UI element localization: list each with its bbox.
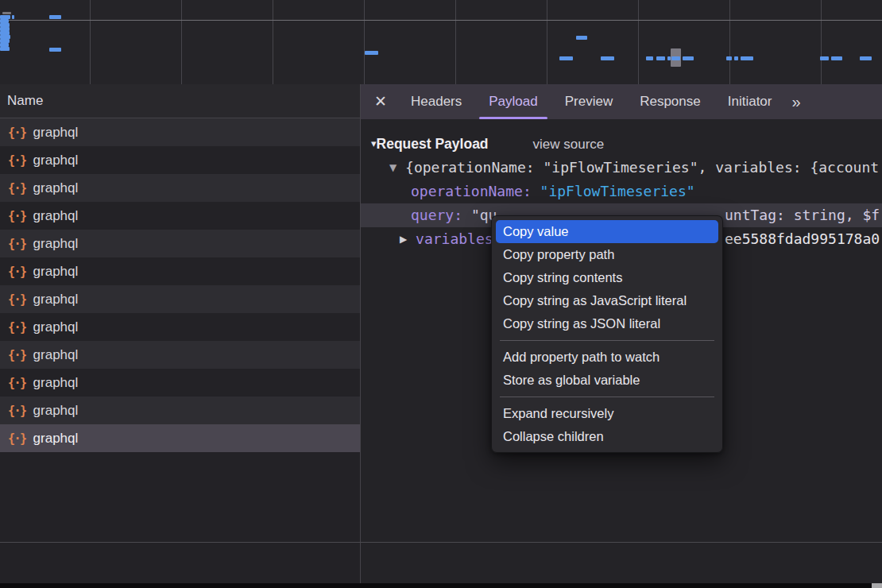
context-menu-item-expand-recursively[interactable]: Expand recursively	[496, 402, 718, 425]
operation-name-value: "ipFlowTimeseries"	[540, 183, 695, 199]
variables-value-right-fragment: ee5588fdad995178a0	[725, 227, 880, 251]
context-menu-item-copy-value[interactable]: Copy value	[496, 220, 718, 243]
timeline-gridline	[273, 0, 273, 84]
operation-name-key: operationName:	[411, 183, 532, 199]
timeline-request-bar	[2, 12, 11, 14]
context-menu-item-collapse-children[interactable]: Collapse children	[496, 425, 718, 448]
context-menu: Copy valueCopy property pathCopy string …	[491, 215, 723, 453]
timeline-row-divider	[0, 20, 882, 21]
network-request-row[interactable]: {·}graphql	[0, 257, 360, 285]
timeline-request-bar	[559, 56, 573, 60]
tabs: HeadersPayloadPreviewResponseInitiator	[397, 84, 785, 119]
network-request-row[interactable]: {·}graphql	[0, 202, 360, 230]
timeline-request-bar	[12, 15, 14, 19]
json-braces-icon: {·}	[8, 376, 26, 390]
request-payload-section-header: ▾Request Payloadview source	[361, 133, 882, 156]
timeline-gridline	[364, 0, 365, 84]
network-request-row[interactable]: {·}graphql	[0, 369, 360, 397]
timeline-gridline	[547, 0, 547, 84]
network-request-row[interactable]: {·}graphql	[0, 397, 360, 424]
tab-initiator[interactable]: Initiator	[714, 84, 786, 119]
request-name: graphql	[33, 125, 79, 141]
expander-down-icon[interactable]: ▼	[389, 162, 397, 173]
request-name: graphql	[33, 375, 79, 391]
collapse-triangle-icon[interactable]: ▾	[371, 137, 377, 149]
json-braces-icon: {·}	[8, 320, 26, 335]
timeline-request-bar	[683, 56, 694, 60]
timeline-request-bar	[646, 56, 653, 60]
more-tabs-icon[interactable]: »	[791, 93, 799, 111]
variables-key: variables	[416, 230, 493, 247]
timeline-request-bar	[49, 15, 61, 19]
tab-response[interactable]: Response	[626, 84, 714, 119]
query-value-right-fragment: untTag: string, $f	[725, 203, 880, 227]
network-request-list-panel: Name {·}graphql{·}graphql{·}graphql{·}gr…	[0, 84, 361, 588]
network-request-row[interactable]: {·}graphql	[0, 313, 360, 341]
context-menu-item-store-as-global-variable[interactable]: Store as global variable	[496, 369, 718, 392]
timeline-request-bar	[831, 56, 842, 60]
context-menu-separator	[500, 340, 714, 341]
network-request-row[interactable]: {·}graphql	[0, 118, 360, 146]
payload-preview-row[interactable]: ▼ {operationName: "ipFlowTimeseries", va…	[361, 156, 882, 180]
request-name: graphql	[33, 264, 79, 280]
request-name: graphql	[33, 153, 79, 168]
request-name: graphql	[33, 431, 79, 447]
request-payload-title: Request Payload	[377, 136, 489, 152]
view-source-link[interactable]: view source	[533, 137, 605, 152]
timeline-gridline	[90, 0, 91, 84]
tab-payload[interactable]: Payload	[475, 84, 551, 119]
network-overview-timeline[interactable]	[0, 0, 882, 85]
tab-headers[interactable]: Headers	[397, 84, 475, 119]
json-braces-icon: {·}	[8, 265, 26, 279]
request-name: graphql	[33, 403, 79, 419]
context-menu-item-copy-property-path[interactable]: Copy property path	[496, 243, 718, 266]
timeline-request-bar	[49, 48, 61, 52]
timeline-request-bar	[820, 56, 829, 60]
timeline-request-bar	[576, 36, 587, 40]
json-braces-icon: {·}	[8, 292, 26, 307]
window-corner	[872, 583, 882, 588]
timeline-request-bar	[860, 56, 872, 60]
timeline-request-bar	[726, 56, 732, 60]
network-request-row[interactable]: {·}graphql	[0, 230, 360, 257]
context-menu-item-copy-string-as-json-literal[interactable]: Copy string as JSON literal	[496, 312, 718, 335]
timeline-gridline	[181, 0, 182, 84]
json-braces-icon: {·}	[8, 181, 26, 195]
table-footer-divider	[0, 542, 882, 543]
request-name: graphql	[33, 180, 79, 196]
details-tab-bar: ✕ HeadersPayloadPreviewResponseInitiator…	[361, 84, 882, 119]
request-name: graphql	[33, 347, 79, 363]
query-key: query:	[411, 207, 462, 223]
request-name: graphql	[33, 292, 79, 308]
network-request-row[interactable]: {·}graphql	[0, 424, 360, 452]
timeline-request-bar	[734, 56, 738, 60]
network-request-row[interactable]: {·}graphql	[0, 341, 360, 369]
timeline-request-bar	[671, 56, 680, 60]
timeline-request-bar	[601, 56, 614, 60]
context-menu-item-add-property-path-to-watch[interactable]: Add property path to watch	[496, 346, 718, 369]
request-name: graphql	[33, 236, 79, 252]
operation-name-row[interactable]: operationName: "ipFlowTimeseries"	[361, 180, 882, 203]
window-bottom-edge	[0, 583, 882, 588]
json-braces-icon: {·}	[8, 348, 26, 362]
timeline-request-bar	[656, 56, 665, 60]
json-braces-icon: {·}	[8, 153, 26, 168]
timeline-request-bar	[741, 56, 753, 60]
request-list: {·}graphql{·}graphql{·}graphql{·}graphql…	[0, 118, 360, 452]
context-menu-item-copy-string-contents[interactable]: Copy string contents	[496, 266, 718, 289]
network-request-row[interactable]: {·}graphql	[0, 146, 360, 174]
network-request-row[interactable]: {·}graphql	[0, 174, 360, 202]
tab-preview[interactable]: Preview	[551, 84, 626, 119]
timeline-gridline	[729, 0, 730, 84]
name-column-header[interactable]: Name	[0, 84, 360, 118]
payload-preview-text: {operationName: "ipFlowTimeseries", vari…	[405, 159, 879, 176]
network-request-row[interactable]: {·}graphql	[0, 285, 360, 313]
timeline-gridline	[638, 0, 639, 84]
context-menu-item-copy-string-as-javascript-literal[interactable]: Copy string as JavaScript literal	[496, 289, 718, 312]
timeline-request-bar	[365, 51, 378, 55]
json-braces-icon: {·}	[8, 431, 26, 446]
close-icon[interactable]: ✕	[370, 91, 391, 112]
json-braces-icon: {·}	[8, 404, 26, 418]
expander-right-icon[interactable]: ▶	[400, 234, 407, 245]
json-braces-icon: {·}	[8, 209, 26, 223]
